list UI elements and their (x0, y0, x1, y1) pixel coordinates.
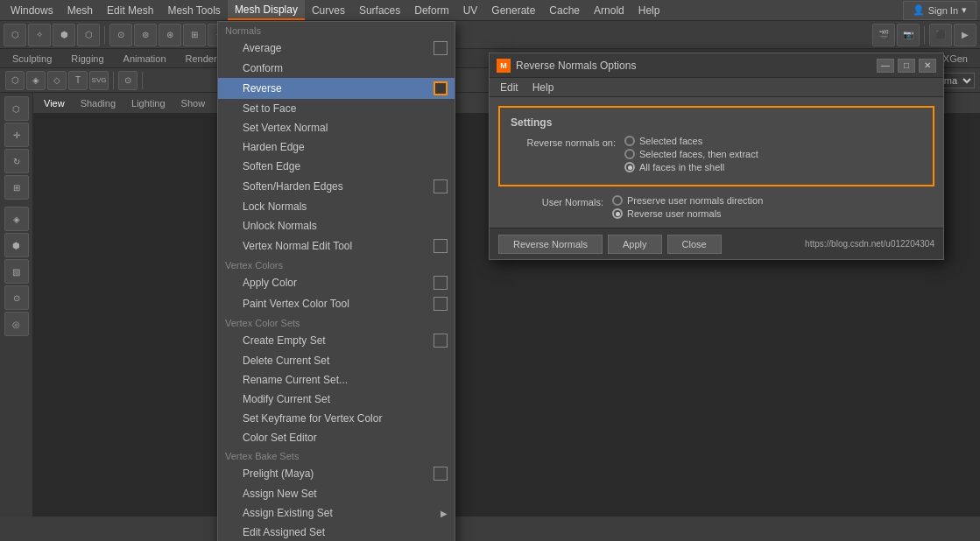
tab-sculpting[interactable]: Sculpting (4, 49, 60, 67)
menu-help[interactable]: Help (631, 0, 667, 20)
menu-arnold[interactable]: Arnold (587, 0, 631, 20)
dialog-edit-menu[interactable]: Edit (493, 80, 525, 95)
dialog-close-button[interactable]: ✕ (919, 59, 936, 73)
menu-edit-mesh[interactable]: Edit Mesh (100, 0, 160, 20)
icon-btn-5[interactable]: ⊙ (118, 71, 137, 90)
menu-create-empty-set[interactable]: Create Empty Set (218, 330, 455, 351)
menu-mesh-tools[interactable]: Mesh Tools (160, 0, 227, 20)
tab-animation[interactable]: Animation (115, 49, 175, 67)
menu-modify-current-set[interactable]: Modify Current Set (218, 390, 455, 409)
menu-vertex-normal-edit-tool[interactable]: Vertex Normal Edit Tool (218, 235, 455, 256)
menu-cache[interactable]: Cache (542, 0, 587, 20)
menu-windows[interactable]: Windows (4, 0, 60, 20)
dialog-minimize-button[interactable]: — (877, 59, 894, 73)
menu-paint-vertex-color[interactable]: Paint Vertex Color Tool (218, 293, 455, 314)
sidebar-btn-9[interactable]: ◎ (4, 312, 29, 336)
dialog-maximize-button[interactable]: □ (898, 59, 915, 73)
toolbar-sep-4 (924, 26, 925, 44)
toolbar-btn-7[interactable]: ⊛ (159, 24, 181, 46)
sidebar-scale-btn[interactable]: ⊞ (4, 175, 29, 200)
icon-btn-1[interactable]: ⬡ (5, 71, 25, 90)
menu-reverse[interactable]: Reverse (218, 78, 455, 99)
toolbar-btn-3[interactable]: ⬢ (53, 24, 75, 46)
apply-button[interactable]: Apply (608, 235, 662, 254)
menu-harden-edge[interactable]: Harden Edge (218, 137, 455, 157)
menu-set-keyframe[interactable]: Set Keyframe for Vertex Color (218, 409, 455, 428)
user-normals-row: User Normals: Preserve user normals dire… (498, 195, 934, 219)
menu-average[interactable]: Average (218, 38, 455, 59)
toolbar-btn-6[interactable]: ⊚ (134, 24, 157, 46)
menu-soften-edge[interactable]: Soften Edge (218, 157, 455, 176)
radio-selected-then-extract-label: Selected faces, then extract (639, 149, 758, 159)
close-button[interactable]: Close (667, 235, 722, 254)
sidebar-btn-6[interactable]: ⬢ (4, 233, 29, 257)
radio-selected-faces[interactable]: Selected faces (624, 136, 758, 146)
toolbar-btn-camera[interactable]: 📷 (897, 24, 920, 46)
radio-selected-then-extract[interactable]: Selected faces, then extract (624, 149, 758, 159)
section-vertex-bake-sets: Vertex Bake Sets (218, 447, 455, 463)
dropdown-menu: Normals Average Conform Reverse Set to F… (217, 21, 455, 541)
radio-reverse-normals[interactable]: Reverse user normals (612, 208, 763, 219)
menu-set-to-face[interactable]: Set to Face (218, 99, 455, 118)
soften-harden-edges-label: Soften/Harden Edges (243, 180, 343, 193)
tab-rigging[interactable]: Rigging (62, 49, 112, 67)
sidebar-btn-8[interactable]: ⊙ (4, 285, 29, 310)
menu-soften-harden-edges[interactable]: Soften/Harden Edges (218, 176, 455, 197)
menu-deform[interactable]: Deform (407, 0, 455, 20)
menu-conform[interactable]: Conform (218, 59, 455, 78)
viewport-tab-view[interactable]: View (37, 96, 72, 110)
icon-btn-svg[interactable]: SVG (89, 71, 109, 90)
viewport-tab-lighting[interactable]: Lighting (124, 96, 173, 110)
user-normals-label: User Normals: (498, 195, 612, 207)
create-empty-set-checkbox (434, 334, 448, 348)
sidebar-select-btn[interactable]: ⬡ (4, 96, 29, 121)
menu-unlock-normals[interactable]: Unlock Normals (218, 216, 455, 235)
icon-btn-2[interactable]: ◈ (26, 71, 46, 90)
menu-surfaces[interactable]: Surfaces (352, 0, 407, 20)
sidebar-rotate-btn[interactable]: ↻ (4, 149, 29, 173)
menu-assign-new-set[interactable]: Assign New Set (218, 484, 455, 503)
dialog-help-menu[interactable]: Help (525, 80, 561, 95)
menu-generate[interactable]: Generate (484, 0, 542, 20)
toolbar-btn-render[interactable]: 🎬 (872, 24, 895, 46)
menu-mesh[interactable]: Mesh (60, 0, 100, 20)
toolbar-btn-play[interactable]: ▶ (954, 24, 976, 46)
user-icon: 👤 (913, 4, 925, 16)
menu-apply-color[interactable]: Apply Color (218, 272, 455, 293)
radio-all-faces[interactable]: All faces in the shell (624, 162, 758, 172)
reverse-normals-button[interactable]: Reverse Normals (498, 235, 603, 254)
toolbar-btn-5[interactable]: ⊙ (109, 24, 132, 46)
menu-mesh-display[interactable]: Mesh Display (228, 0, 305, 20)
menu-assign-existing-set[interactable]: Assign Existing Set ▶ (218, 503, 455, 523)
icon-sep-2 (142, 72, 143, 89)
reverse-normals-row: Reverse normals on: Selected faces Selec… (511, 136, 922, 172)
icon-btn-4[interactable]: T (68, 71, 88, 90)
reverse-normals-options: Selected faces Selected faces, then extr… (624, 136, 758, 172)
toolbar-btn-8[interactable]: ⊞ (183, 24, 206, 46)
toolbar-btn-stop[interactable]: ⬛ (929, 24, 952, 46)
toolbar-btn-1[interactable]: ⬡ (4, 24, 26, 46)
menu-color-set-editor[interactable]: Color Set Editor (218, 428, 455, 447)
sidebar-btn-7[interactable]: ▧ (4, 259, 29, 284)
assign-new-set-label: Assign New Set (243, 488, 317, 500)
menu-lock-normals[interactable]: Lock Normals (218, 197, 455, 216)
menu-curves[interactable]: Curves (305, 0, 352, 20)
radio-preserve-normals[interactable]: Preserve user normals direction (612, 195, 763, 206)
toolbar-btn-2[interactable]: ✧ (28, 24, 51, 46)
menu-uv[interactable]: UV (456, 0, 485, 20)
user-normals-options: Preserve user normals direction Reverse … (612, 195, 763, 219)
sign-in-button[interactable]: 👤 Sign In ▾ (903, 1, 976, 20)
sidebar-btn-5[interactable]: ◈ (4, 207, 29, 231)
menu-edit-assigned-set[interactable]: Edit Assigned Set (218, 523, 455, 541)
sidebar-move-btn[interactable]: ✛ (4, 123, 29, 147)
menu-prelight[interactable]: Prelight (Maya) (218, 463, 455, 484)
viewport-tab-show[interactable]: Show (174, 96, 213, 110)
paint-vertex-color-label: Paint Vertex Color Tool (243, 298, 349, 310)
menu-rename-current-set[interactable]: Rename Current Set... (218, 370, 455, 390)
toolbar-btn-4[interactable]: ⬡ (77, 24, 100, 46)
menu-delete-current-set[interactable]: Delete Current Set (218, 351, 455, 370)
viewport-tab-shading[interactable]: Shading (74, 96, 123, 110)
menu-set-vertex-normal[interactable]: Set Vertex Normal (218, 118, 455, 137)
radio-reverse-circle (612, 208, 623, 219)
icon-btn-3[interactable]: ◇ (47, 71, 67, 90)
